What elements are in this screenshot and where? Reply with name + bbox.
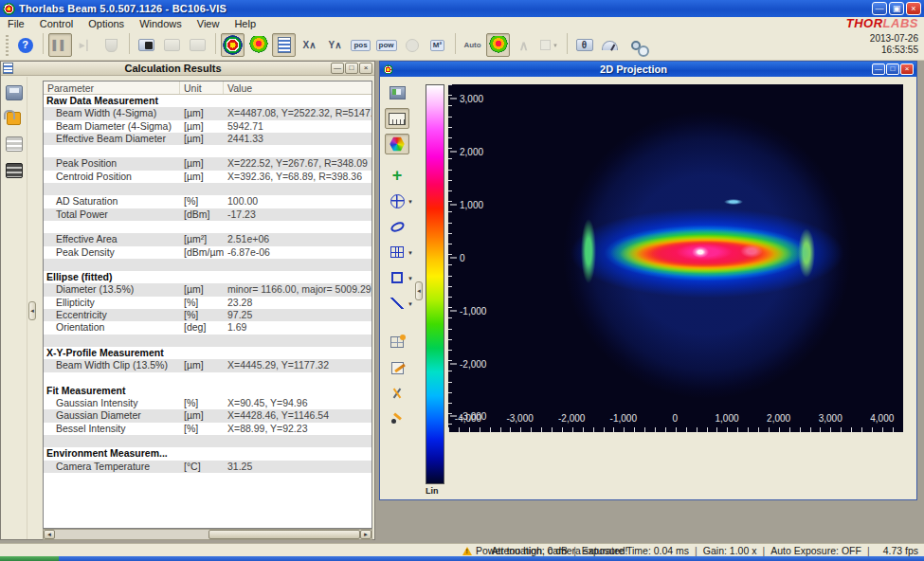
color-palette-button[interactable] (385, 134, 409, 154)
menu-item[interactable]: Options (81, 17, 132, 30)
beam-projection-plot[interactable]: 3,0002,0001,0000-1,000-2,000-3,000 -4,00… (448, 84, 903, 432)
table-marker-button[interactable] (385, 332, 409, 353)
table-row[interactable]: Ellipticity [%] 23.28 (44, 297, 371, 309)
camera-box-button[interactable] (186, 33, 209, 57)
power-plot-button[interactable]: pow (374, 33, 398, 57)
spacer-row[interactable] (44, 259, 371, 271)
ellipse-overlay-button[interactable] (385, 216, 409, 237)
proj-titlebar[interactable]: 2D Projection — □ × (380, 62, 916, 77)
3d-profile-view-button[interactable] (246, 33, 270, 57)
section-row[interactable]: Environment Measurem... (44, 447, 371, 460)
horizontal-scrollbar[interactable]: ◄ ► (43, 529, 372, 540)
roi-button[interactable] (537, 33, 561, 57)
table-row[interactable]: Total Power [dBm] -17.23 (44, 208, 371, 221)
edit-overlay-button[interactable] (385, 357, 409, 378)
step-button[interactable]: ►▏ (74, 33, 98, 57)
pin-marker-button[interactable] (385, 408, 409, 429)
column-header-unit[interactable]: Unit (180, 81, 224, 94)
pass-fail-dark-button[interactable] (6, 163, 23, 178)
proj-close-button[interactable]: × (900, 63, 914, 75)
position-plot-button[interactable]: pos (349, 33, 372, 57)
proj-maximize-button[interactable]: □ (886, 63, 899, 75)
minimize-button[interactable]: — (872, 2, 887, 15)
table-row[interactable]: Peak Density [dBm/µm²] -6.87e-06 (44, 246, 371, 259)
exposure-gauge-button[interactable] (598, 33, 622, 57)
camera-settings-button[interactable] (135, 33, 158, 57)
column-header-parameter[interactable]: Parameter (44, 81, 180, 94)
spacer-row[interactable] (44, 145, 371, 157)
camera-home-button[interactable] (160, 33, 184, 57)
section-row[interactable]: X-Y-Profile Measurement (44, 347, 371, 359)
x-profile-view-button[interactable]: X∧ (298, 33, 321, 57)
spacer-row[interactable] (44, 335, 371, 347)
pause-button[interactable]: ▌▌ (48, 33, 72, 57)
table-row[interactable]: Eccentricity [%] 97.25 (44, 309, 371, 321)
scroll-right-arrow[interactable]: ► (360, 530, 371, 539)
settings-gears-button[interactable] (624, 33, 647, 57)
section-row[interactable]: Fit Measurement (44, 385, 371, 397)
restore-button[interactable]: ▣ (889, 2, 904, 15)
cut-profile-button[interactable] (385, 383, 409, 404)
menu-item[interactable]: File (0, 17, 32, 30)
m2-view-button[interactable]: M² (426, 33, 449, 57)
table-row[interactable]: Beam Diameter (4-Sigma) [µm] 5942.71 (44, 120, 371, 133)
2d-projection-view-button[interactable] (221, 33, 245, 57)
stability-view-button[interactable] (400, 33, 424, 57)
table-row[interactable]: AD Saturation [%] 100.00 (44, 195, 371, 208)
grid-overlay-button[interactable] (385, 242, 409, 262)
close-button[interactable]: × (906, 2, 921, 15)
proj-minimize-button[interactable]: — (872, 63, 885, 75)
crosshair-overlay-button[interactable] (385, 190, 409, 211)
add-marker-button[interactable]: + (385, 165, 409, 186)
gauss-fit-button[interactable]: ∧ (512, 33, 535, 57)
table-row[interactable]: Centroid Position [µm] X=392.36, Y=68.89… (44, 171, 371, 183)
clear-buffer-button[interactable] (100, 33, 123, 57)
table-row[interactable]: Beam Width (4-Sigma) [µm] X=4487.08, Y=2… (44, 107, 371, 119)
table-row[interactable]: Peak Position [µm] X=222.52, Y=267.67, R… (44, 157, 371, 170)
lock-warning-button[interactable] (7, 112, 21, 125)
line-overlay-button[interactable] (385, 293, 409, 314)
column-header-value[interactable]: Value (224, 81, 371, 94)
table-row[interactable]: Diameter (13.5%) [µm] minor= 1166.00, ma… (44, 283, 371, 296)
menu-item[interactable]: Help (226, 17, 263, 30)
section-row[interactable]: Ellipse (fitted) (44, 271, 371, 283)
spacer-row[interactable] (44, 183, 371, 195)
beam-profile-button[interactable] (486, 33, 510, 57)
help-button[interactable]: ? (13, 33, 37, 57)
section-row[interactable]: Raw Data Measurement (44, 95, 371, 107)
attenuation-button[interactable]: θ (572, 33, 596, 57)
menu-item[interactable]: Windows (132, 17, 190, 30)
spacer-row[interactable] (44, 221, 371, 233)
menu-item[interactable]: View (190, 17, 227, 30)
spacer-row[interactable] (44, 435, 371, 447)
table-row[interactable]: Bessel Intensity [%] X=88.99, Y=92.23 (44, 423, 371, 435)
pass-fail-light-button[interactable] (6, 136, 23, 152)
table-row[interactable]: Camera Temperature [°C] 31.25 (44, 461, 371, 473)
table-row[interactable]: Effective Beam Diameter [µm] 2441.33 (44, 133, 371, 145)
table-row[interactable]: Beam Width Clip (13.5%) [µm] X=4445.29, … (44, 359, 371, 371)
spacer-row[interactable] (44, 372, 371, 385)
save-image-button[interactable] (385, 82, 409, 103)
proj-collapse-handle[interactable]: ◄ (415, 281, 423, 300)
calc-titlebar[interactable]: Calculation Results — □ × (1, 62, 374, 76)
auto-exposure-button[interactable]: Auto (461, 33, 484, 57)
table-row[interactable]: Gaussian Diameter [µm] X=4428.46, Y=1146… (44, 409, 371, 422)
y-profile-view-button[interactable]: Y∧ (323, 33, 347, 57)
calc-collapse-handle[interactable]: ◄ (28, 301, 36, 320)
calculation-results-view-button[interactable] (272, 33, 296, 57)
calc-close-button[interactable]: × (359, 63, 372, 74)
calc-minimize-button[interactable]: — (331, 63, 344, 74)
separator (564, 33, 570, 54)
table-row[interactable]: Effective Area [µm²] 2.51e+06 (44, 233, 371, 245)
save-results-button[interactable] (6, 85, 23, 100)
separator (452, 33, 458, 54)
menu-item[interactable]: Control (32, 17, 81, 30)
ruler-button[interactable] (385, 108, 409, 129)
scroll-left-arrow[interactable]: ◄ (44, 530, 55, 539)
calc-maximize-button[interactable]: □ (345, 63, 358, 74)
rectangle-overlay-button[interactable] (385, 267, 409, 288)
table-row[interactable]: Orientation [deg] 1.69 (44, 321, 371, 334)
table-row[interactable]: Gaussian Intensity [%] X=90.45, Y=94.96 (44, 397, 371, 409)
scrollbar-thumb[interactable] (208, 530, 360, 539)
x-axis-tick: 3,000 (819, 413, 842, 424)
